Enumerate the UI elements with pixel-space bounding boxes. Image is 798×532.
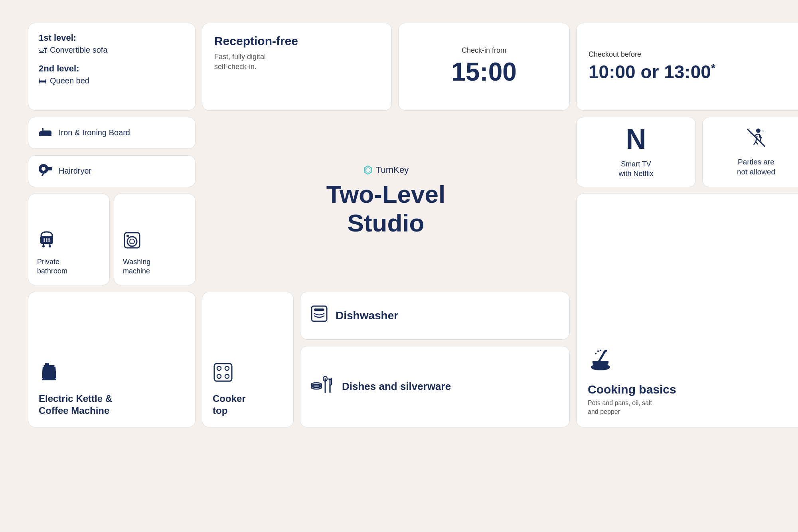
hairdryer-icon (38, 163, 52, 179)
svg-point-48 (595, 353, 597, 354)
svg-point-14 (49, 245, 51, 247)
svg-point-5 (41, 167, 45, 171)
svg-marker-7 (365, 168, 370, 173)
reception-card: Reception-free Fast, fully digital self-… (202, 23, 392, 111)
svg-point-22 (48, 240, 50, 242)
svg-rect-0 (39, 134, 51, 136)
washing-label: Washingmachine (123, 257, 150, 276)
svg-line-4 (42, 174, 43, 176)
parties-label: Parties arenot allowed (737, 157, 775, 177)
svg-point-26 (126, 235, 129, 237)
svg-point-17 (43, 238, 45, 240)
dish-column: Dishwasher Dishes and silverware (300, 292, 570, 427)
kettle-label: Electric Kettle &Coffee Machine (39, 393, 185, 417)
checkin-label: Check-in from (462, 46, 506, 55)
bathroom-icon (37, 229, 56, 253)
svg-text:♫: ♫ (761, 129, 764, 133)
cooker-label: Cookertop (213, 393, 246, 417)
cooker-card: Cookertop (202, 292, 294, 427)
netflix-n: N (626, 125, 646, 153)
bathroom-card: Privatebathroom (28, 194, 110, 285)
checkout-card: Checkout before 10:00 or 13:00* (576, 23, 798, 111)
cooking-card: Cooking basics Pots and pans, oil, salta… (576, 194, 798, 427)
hairdryer-label: Hairdryer (59, 166, 91, 176)
svg-point-50 (600, 350, 601, 351)
sofa-icon: 🛋 (39, 45, 47, 55)
svg-rect-30 (43, 365, 55, 367)
cooking-subtitle: Pots and pans, oil, saltand pepper (588, 399, 652, 417)
svg-point-18 (46, 238, 47, 240)
reception-title: Reception-free (214, 34, 379, 48)
svg-point-34 (225, 366, 229, 370)
svg-line-46 (599, 352, 604, 362)
brand-title: Two-Level Studio (326, 180, 446, 237)
reception-subtitle: Fast, fully digital self-check-in. (214, 52, 379, 72)
svg-rect-1 (42, 128, 43, 131)
svg-point-49 (597, 350, 599, 352)
checkout-label: Checkout before (589, 50, 641, 59)
no-party-icon: ♪ ♫ (742, 127, 770, 149)
cooker-icon (213, 362, 233, 387)
svg-point-21 (46, 240, 47, 242)
svg-point-25 (130, 239, 134, 244)
bath-wash-container: Privatebathroom Washingmachine (28, 194, 196, 285)
dishes-label: Dishes and silverware (342, 380, 451, 393)
checkin-card: Check-in from 15:00 (398, 23, 570, 111)
kettle-card: Electric Kettle &Coffee Machine (28, 292, 196, 427)
svg-point-8 (756, 128, 760, 133)
beds-card: 1st level: 🛋 Convertible sofa 2nd level:… (28, 23, 196, 111)
level1-item: 🛋 Convertible sofa (39, 45, 185, 55)
svg-point-33 (217, 366, 221, 370)
cooking-title: Cooking basics (588, 383, 676, 396)
cooking-icon (588, 346, 613, 377)
washing-icon (123, 231, 141, 253)
hairdryer-card: Hairdryer (28, 155, 196, 187)
level2-label: 2nd level: (39, 63, 185, 74)
brand-logo: TurnKey (363, 165, 409, 175)
svg-text:♪: ♪ (750, 131, 752, 134)
level1-label: 1st level: (39, 33, 185, 43)
iron-label: Iron & Ironing Board (59, 128, 130, 137)
bed-icon: 🛏 (39, 76, 47, 85)
dishwasher-card: Dishwasher (300, 292, 570, 340)
checkout-time: 10:00 or 13:00* (589, 61, 715, 83)
iron-icon (38, 126, 52, 140)
svg-point-20 (43, 240, 45, 242)
brand-card: TurnKey Two-Level Studio (202, 117, 570, 285)
dishwasher-icon (310, 305, 328, 327)
svg-point-36 (225, 374, 229, 378)
tv-card: N Smart TVwith Netflix (576, 117, 696, 187)
washing-card: Washingmachine (114, 194, 196, 285)
tv-label: Smart TVwith Netflix (618, 160, 653, 178)
dishes-card: Dishes and silverware (300, 346, 570, 427)
iron-card: Iron & Ironing Board (28, 117, 196, 149)
dishes-icon (310, 376, 335, 398)
checkin-time: 15:00 (451, 57, 517, 87)
svg-point-24 (127, 237, 137, 246)
parties-card: ♪ ♫ Parties arenot allowed (702, 117, 798, 187)
kettle-icon (39, 360, 185, 387)
svg-point-35 (217, 374, 221, 378)
bathroom-label: Privatebathroom (37, 257, 67, 276)
svg-rect-31 (42, 379, 56, 380)
svg-rect-32 (214, 364, 232, 381)
svg-point-19 (48, 238, 50, 240)
svg-rect-3 (47, 167, 52, 170)
dishwasher-label: Dishwasher (336, 309, 398, 322)
svg-point-13 (42, 245, 45, 247)
svg-rect-38 (314, 309, 324, 311)
svg-rect-23 (124, 233, 140, 248)
level2-item: 🛏 Queen bed (39, 76, 185, 85)
